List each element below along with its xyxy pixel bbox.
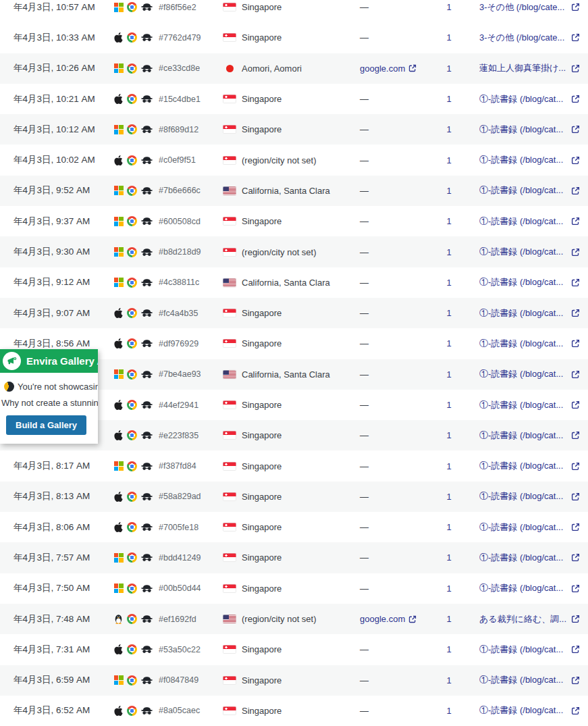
pageview-count[interactable]: 1 [429,706,469,716]
external-link-icon[interactable] [571,3,580,11]
page-link[interactable]: ①-読書録 (/blog/cat... [479,124,563,136]
external-link-icon[interactable] [571,431,580,440]
page-link[interactable]: 3-その他 (/blog/cate... [479,32,564,44]
chrome-browser-icon [127,430,137,440]
external-link-icon[interactable] [571,553,580,562]
external-link-icon[interactable] [571,676,580,685]
pageview-count[interactable]: 1 [429,369,469,380]
external-link-icon[interactable] [571,492,580,501]
pageview-count[interactable]: 1 [429,94,469,104]
page-cell: ①-読書録 (/blog/cat... [469,460,588,472]
pageview-count[interactable]: 1 [429,278,469,288]
pageview-count[interactable]: 1 [429,492,469,502]
pageview-count[interactable]: 1 [429,216,469,226]
external-link-icon[interactable] [571,64,580,73]
pageview-count[interactable]: 1 [429,186,469,196]
visit-timestamp: 年4月3日, 9:37 AM [0,215,101,228]
referrer-empty: — [360,644,369,654]
location-cell: (region/city not set) [213,247,338,257]
pageview-count[interactable]: 1 [429,552,469,563]
referrer-link[interactable]: google.com [360,63,417,74]
pageview-count[interactable]: 1 [429,675,469,685]
referrer-empty: — [360,32,369,43]
page-link[interactable]: ①-読書録 (/blog/cat... [479,430,563,442]
visitor-hash: #ce33cd8e [159,63,200,73]
singapore-flag-icon [223,645,236,654]
page-link[interactable]: ①-読書録 (/blog/cat... [479,674,563,686]
external-link-icon[interactable] [571,278,580,287]
pageview-count[interactable]: 1 [429,2,469,12]
page-link[interactable]: ①-読書録 (/blog/cat... [479,93,563,105]
external-link-icon[interactable] [571,309,580,317]
page-link[interactable]: ①-読書録 (/blog/cat... [479,154,563,166]
page-link[interactable]: ①-読書録 (/blog/cat... [479,184,563,197]
page-link[interactable]: ある裁判に絡む、調... [479,613,566,625]
external-link-icon[interactable] [571,95,580,103]
pageview-count[interactable]: 1 [429,644,469,654]
pageview-count[interactable]: 1 [429,430,469,440]
page-link[interactable]: ①-読書録 (/blog/cat... [479,246,563,258]
incognito-icon [140,645,153,654]
external-link-icon[interactable] [571,33,580,42]
external-link-icon[interactable] [571,645,580,654]
external-link-icon[interactable] [571,217,580,226]
page-link[interactable]: ①-読書録 (/blog/cat... [479,704,563,717]
external-link-icon[interactable] [571,248,580,257]
page-link[interactable]: ①-読書録 (/blog/cat... [479,276,563,288]
external-link-icon[interactable] [571,400,580,409]
pageview-count[interactable]: 1 [429,461,469,471]
build-a-gallery-button[interactable]: Build a Gallery [6,415,86,435]
page-link[interactable]: ①-読書録 (/blog/cat... [479,368,563,380]
pageview-count[interactable]: 1 [429,522,469,532]
visitor-hash: #8a05caec [159,706,200,715]
page-link[interactable]: ①-読書録 (/blog/cat... [479,399,563,411]
external-link-icon[interactable] [571,125,580,134]
pageview-count[interactable]: 1 [429,338,469,348]
external-link-icon[interactable] [571,523,580,531]
incognito-icon [140,64,153,73]
page-link[interactable]: ①-読書録 (/blog/cat... [479,215,563,228]
page-link[interactable]: ①-読書録 (/blog/cat... [479,521,563,534]
external-link-icon[interactable] [571,339,580,348]
pageview-count[interactable]: 1 [429,247,469,257]
location-label: Singapore [242,94,282,104]
external-link-icon[interactable] [571,706,580,715]
pageview-count[interactable]: 1 [429,124,469,134]
location-cell: Singapore [213,492,338,502]
page-link[interactable]: ①-読書録 (/blog/cat... [479,644,563,656]
external-link-icon[interactable] [571,156,580,165]
page-link[interactable]: ①-読書録 (/blog/cat... [479,552,563,564]
external-link-icon[interactable] [571,584,580,593]
chrome-browser-icon [127,124,137,134]
referrer-empty: — [360,369,369,380]
pageview-count[interactable]: 1 [429,400,469,410]
apple-os-icon [113,94,124,105]
page-link[interactable]: ①-読書録 (/blog/cat... [479,338,563,350]
pageview-count[interactable]: 1 [429,584,469,594]
page-link[interactable]: 蓮如上人御真筆掛け... [479,62,566,74]
external-link-icon[interactable] [571,462,580,471]
location-cell: Singapore [213,338,338,348]
pageview-count[interactable]: 1 [429,155,469,165]
windows-os-icon [113,185,124,196]
page-link[interactable]: ①-読書録 (/blog/cat... [479,460,563,472]
pageview-count[interactable]: 1 [429,614,469,624]
visitor-cell: #fc4a4b35 [101,308,213,319]
pageview-count[interactable]: 1 [429,308,469,318]
united-states-flag-icon [223,615,236,623]
referrer-link[interactable]: google.com [360,614,417,624]
page-cell: ある裁判に絡む、調... [469,613,588,625]
location-label: California, Santa Clara [242,369,330,380]
page-link[interactable]: ①-読書録 (/blog/cat... [479,307,563,319]
page-link[interactable]: 3-その他 (/blog/cate... [479,1,564,14]
visitor-hash: #ef1692fd [159,615,196,624]
pageview-count[interactable]: 1 [429,63,469,74]
page-cell: 3-その他 (/blog/cate... [469,1,588,14]
external-link-icon[interactable] [571,186,580,195]
page-link[interactable]: ①-読書録 (/blog/cat... [479,490,563,502]
external-link-icon[interactable] [571,615,580,623]
page-link[interactable]: ①-読書録 (/blog/cat... [479,582,563,594]
chrome-browser-icon [127,400,137,410]
external-link-icon[interactable] [571,370,580,379]
pageview-count[interactable]: 1 [429,32,469,43]
